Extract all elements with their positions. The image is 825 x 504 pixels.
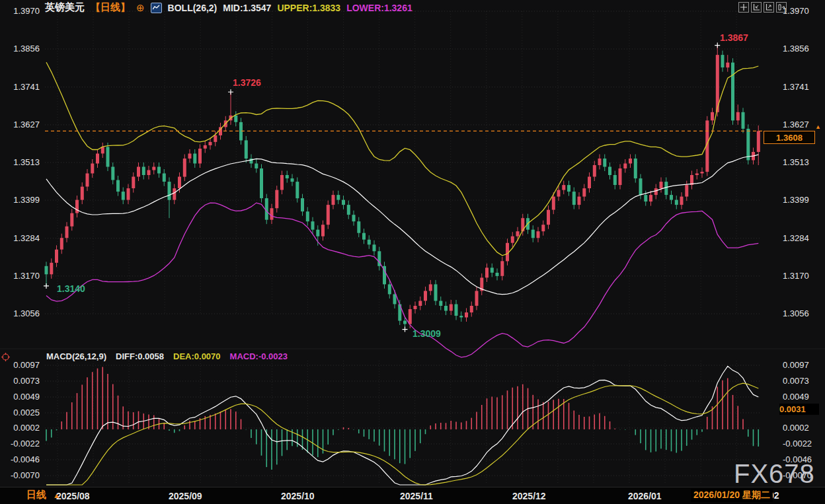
period-selector[interactable]: 日线 ▲ bbox=[26, 489, 60, 501]
macd-tick-right: 0.0073 bbox=[783, 376, 809, 386]
price-tick-right: 1.3399 bbox=[783, 195, 809, 205]
boll-upper-value: UPPER:1.3833 bbox=[277, 3, 340, 13]
price-tag-arrow-icon: ▲ bbox=[815, 124, 821, 130]
price-tick-left: 1.3056 bbox=[1, 308, 40, 318]
macd-tick-left: -0.0070 bbox=[1, 470, 40, 480]
annotation-low-1.3140: 1.3140 bbox=[57, 283, 85, 294]
macd-tick-left: 0.0073 bbox=[1, 376, 40, 386]
month-label: 2025/12 bbox=[512, 491, 546, 501]
price-tick-right: 1.3856 bbox=[783, 44, 809, 54]
pan-crosshair-icon[interactable] bbox=[738, 2, 749, 13]
extreme-cross-marker bbox=[403, 327, 408, 332]
axis-zoom-out-icon[interactable] bbox=[764, 2, 774, 13]
axis-zoom-in-icon[interactable] bbox=[751, 2, 762, 13]
macd-tick-right: 0.0002 bbox=[783, 423, 809, 433]
boll-upper-line bbox=[46, 62, 758, 256]
extreme-cross-marker bbox=[228, 89, 233, 94]
boll-lower-line bbox=[46, 203, 758, 357]
price-tick-right: 1.3284 bbox=[783, 233, 809, 243]
price-tick-right: 1.3056 bbox=[783, 308, 809, 318]
macd-tick-right: 0.0097 bbox=[783, 360, 809, 370]
add-indicator-icon[interactable]: ⊕ bbox=[136, 2, 145, 14]
macd-tick-left: -0.0046 bbox=[1, 454, 40, 464]
month-label: 2025/11 bbox=[400, 491, 433, 501]
price-tick-right: 1.3970 bbox=[783, 6, 809, 16]
boll-mid-line bbox=[46, 155, 758, 295]
price-tick-right: 1.3627 bbox=[783, 120, 809, 129]
price-tick-left: 1.3627 bbox=[1, 120, 40, 129]
annotation-high-1.3867: 1.3867 bbox=[720, 32, 748, 43]
chart-toolbar bbox=[738, 2, 787, 13]
extreme-cross-marker bbox=[715, 43, 720, 48]
macd-tick-left: 0.0002 bbox=[1, 423, 40, 433]
chart-type-icon[interactable] bbox=[151, 3, 162, 13]
macd-tick-left: 0.0049 bbox=[1, 392, 40, 402]
macd-tick-left: -0.0022 bbox=[1, 439, 40, 449]
macd-dea-line bbox=[46, 383, 758, 485]
macd-bar-value: MACD:-0.0023 bbox=[230, 351, 288, 361]
extreme-cross-marker bbox=[44, 283, 49, 289]
boll-mid-value: MID:1.3547 bbox=[223, 3, 271, 13]
price-tick-left: 1.3399 bbox=[1, 195, 40, 205]
macd-tick-right: 0.0049 bbox=[783, 392, 809, 402]
chart-window: 英镑美元 【日线】 ⊕ BOLL(26,2) MID:1.3547 UPPER:… bbox=[0, 0, 825, 504]
period-badge[interactable]: 【日线】 bbox=[91, 1, 130, 14]
price-tick-left: 1.3856 bbox=[1, 44, 40, 54]
boll-indicator-label: BOLL(26,2) bbox=[168, 3, 217, 13]
period-selector-arrow-icon: ▲ bbox=[53, 491, 60, 499]
month-label: 2025/08 bbox=[56, 491, 90, 501]
annotation-low-1.3009: 1.3009 bbox=[412, 328, 441, 339]
annotation-high-1.3726: 1.3726 bbox=[233, 77, 261, 88]
month-label: 2026/01 bbox=[628, 491, 662, 501]
last-price-tag: 1.3608 bbox=[764, 131, 815, 144]
month-label: 2025/09 bbox=[169, 491, 202, 501]
current-date-tag: 2026/01/20 星期二 bbox=[691, 489, 773, 502]
boll-lower-value: LOWER:1.3261 bbox=[346, 3, 412, 13]
macd-dea-value: DEA:0.0070 bbox=[173, 351, 221, 361]
candlestick-chart-canvas[interactable] bbox=[0, 0, 825, 504]
price-tick-left: 1.3741 bbox=[1, 82, 40, 92]
symbol-name: 英镑美元 bbox=[45, 1, 85, 14]
target-marker-icon[interactable] bbox=[1, 352, 10, 364]
candles-group bbox=[45, 46, 760, 330]
chart-header: 英镑美元 【日线】 ⊕ BOLL(26,2) MID:1.3547 UPPER:… bbox=[45, 1, 412, 14]
price-tick-right: 1.3170 bbox=[783, 271, 809, 281]
macd-value-tag: 0.0031 bbox=[779, 404, 819, 415]
price-tick-left: 1.3970 bbox=[1, 6, 40, 16]
price-tick-left: 1.3513 bbox=[1, 157, 40, 167]
macd-title: MACD(26,12,9) bbox=[46, 351, 106, 361]
macd-tick-left: 0.0025 bbox=[1, 408, 40, 417]
macd-tick-right: -0.0022 bbox=[783, 439, 812, 449]
price-tick-left: 1.3170 bbox=[1, 271, 40, 281]
price-tick-right: 1.3513 bbox=[783, 157, 809, 167]
period-selector-label[interactable]: 日线 bbox=[26, 489, 46, 501]
price-tick-right: 1.3741 bbox=[783, 82, 809, 92]
watermark: FX678 bbox=[734, 459, 815, 489]
price-tick-left: 1.3284 bbox=[1, 233, 40, 243]
macd-diff-value: DIFF:0.0058 bbox=[116, 351, 164, 361]
month-label: 2025/10 bbox=[281, 491, 315, 501]
macd-header: MACD(26,12,9) DIFF:0.0058 DEA:0.0070 MAC… bbox=[46, 351, 288, 361]
